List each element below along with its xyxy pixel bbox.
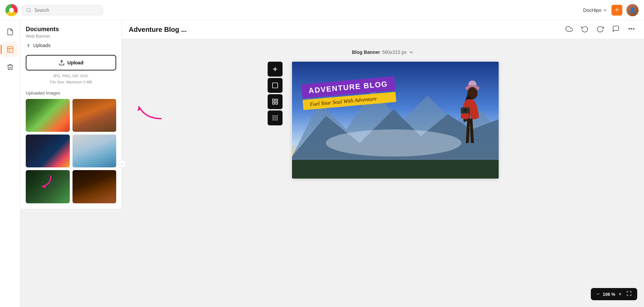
document-title: Adventure Blog ... (129, 26, 187, 34)
canvas-size-label: Blog Banner 560x315 px (352, 49, 414, 55)
zoom-percentage: 106 % (602, 292, 616, 297)
svg-point-0 (27, 8, 30, 12)
canvas-content: Blog Banner 560x315 px (122, 39, 644, 307)
user-menu[interactable]: DocHipo (583, 7, 607, 13)
svg-rect-2 (7, 47, 13, 53)
dots-grid-button[interactable] (268, 110, 283, 125)
photographer-silhouette (438, 77, 492, 179)
trash-icon (6, 63, 14, 71)
svg-point-17 (274, 116, 275, 117)
uploaded-images-grid (26, 99, 116, 203)
sidebar-item-trash[interactable] (3, 60, 18, 75)
svg-point-19 (272, 117, 273, 118)
svg-point-21 (276, 117, 277, 118)
upload-button[interactable]: Upload (26, 55, 116, 70)
zoom-out-button[interactable]: − (594, 290, 601, 298)
resize-button[interactable] (268, 78, 283, 93)
list-item[interactable] (72, 135, 117, 167)
list-item[interactable] (72, 170, 117, 203)
cloud-save-button[interactable] (563, 23, 575, 36)
banner-background: ADVENTURE BLOG Fuel Your Soul With Adven… (292, 62, 499, 179)
svg-point-24 (276, 119, 277, 120)
svg-point-7 (631, 28, 632, 29)
tools-bar (268, 62, 283, 125)
undo-icon (581, 25, 588, 33)
list-item[interactable] (26, 99, 70, 132)
upload-icon (59, 60, 65, 66)
svg-rect-11 (272, 83, 277, 88)
sidebar-item-documents[interactable] (3, 24, 18, 39)
dots-grid-icon (272, 115, 278, 121)
comment-icon (612, 25, 620, 33)
section-label: Uploaded Images (26, 90, 116, 96)
zoom-bar: − 106 % + (591, 288, 637, 300)
chevron-down-icon (603, 8, 607, 13)
cloud-icon (565, 25, 573, 33)
svg-rect-12 (272, 99, 274, 101)
canvas-area: Adventure Blog ... (122, 20, 644, 307)
size-dropdown-icon[interactable] (409, 49, 414, 55)
comment-button[interactable] (610, 23, 622, 36)
back-to-uploads[interactable]: Uploads (26, 43, 116, 48)
expand-icon (626, 291, 632, 296)
grid-button[interactable] (268, 94, 283, 109)
collapse-panel-button[interactable]: › (118, 160, 126, 168)
add-element-button[interactable] (268, 62, 283, 77)
main-layout: Documents Web Banner Uploads Upload JPG,… (0, 20, 644, 307)
search-input[interactable] (34, 7, 99, 13)
search-bar[interactable] (22, 5, 103, 15)
svg-rect-15 (275, 102, 277, 104)
add-button[interactable]: + (611, 5, 622, 16)
uploads-panel: Documents Web Banner Uploads Upload JPG,… (20, 20, 122, 209)
list-item[interactable] (26, 135, 70, 167)
more-options-button[interactable] (626, 23, 637, 36)
panel-title: Documents (26, 26, 116, 33)
template-icon (6, 46, 14, 53)
more-icon (628, 25, 635, 33)
svg-point-20 (274, 117, 275, 118)
resize-icon (272, 82, 278, 89)
grid-icon (272, 98, 278, 105)
upload-hint: JPG, PNG, GIF, SVG. File Size: Maximum 5… (26, 73, 116, 85)
svg-line-1 (30, 11, 31, 12)
svg-point-23 (274, 119, 275, 120)
canvas-actions (563, 23, 637, 36)
svg-rect-14 (272, 102, 274, 104)
panel-header: Documents Web Banner (26, 26, 116, 39)
zoom-in-button[interactable]: + (617, 290, 624, 298)
redo-icon (597, 25, 604, 33)
panel-subtitle: Web Banner (26, 34, 116, 39)
canvas-frame[interactable]: ADVENTURE BLOG Fuel Your Soul With Adven… (292, 62, 499, 179)
svg-point-22 (272, 119, 273, 120)
panel-wrapper: Documents Web Banner Uploads Upload JPG,… (20, 20, 122, 307)
redo-button[interactable] (595, 23, 606, 36)
search-icon (26, 7, 32, 13)
list-item[interactable] (26, 170, 70, 203)
plus-icon (272, 66, 278, 73)
svg-point-18 (276, 116, 277, 117)
top-navigation: DocHipo + 👤 (0, 0, 644, 20)
list-item[interactable] (72, 99, 117, 132)
svg-point-8 (633, 28, 634, 29)
canvas-header: Adventure Blog ... (122, 20, 644, 39)
canvas-frame-wrapper: ADVENTURE BLOG Fuel Your Soul With Adven… (268, 62, 499, 179)
avatar[interactable]: 👤 (626, 4, 639, 16)
sidebar-item-templates[interactable] (3, 42, 18, 57)
undo-button[interactable] (579, 23, 590, 36)
svg-point-16 (272, 116, 273, 117)
svg-point-34 (463, 108, 467, 112)
icon-sidebar (0, 20, 20, 307)
svg-point-6 (629, 28, 630, 29)
app-logo[interactable] (5, 4, 18, 16)
chevron-left-icon (26, 43, 31, 48)
nav-right: DocHipo + 👤 (583, 4, 639, 16)
zoom-expand-button[interactable] (624, 290, 634, 298)
svg-rect-13 (275, 99, 277, 101)
document-icon (6, 28, 14, 36)
